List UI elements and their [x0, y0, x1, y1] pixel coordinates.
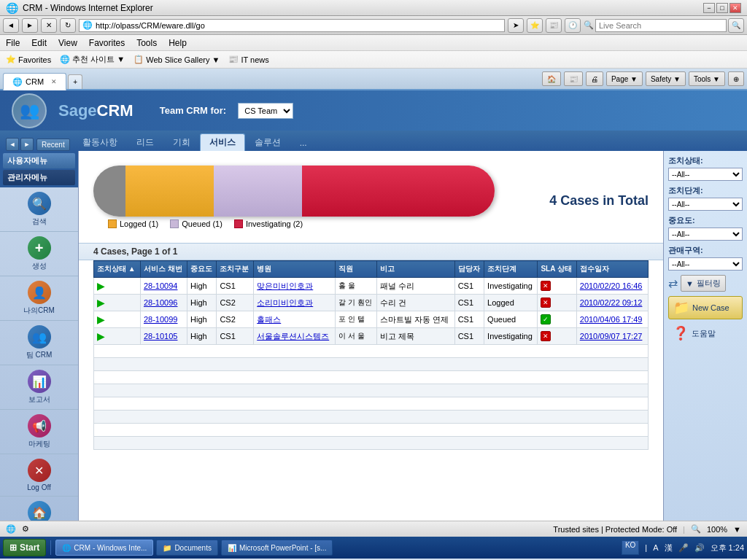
page-menu[interactable]: Page ▼ [606, 71, 643, 86]
hospital-link[interactable]: 소리미비인호과 [257, 298, 313, 307]
status-icon-2: ⚙ [22, 524, 29, 534]
forward-button[interactable]: ► [22, 18, 38, 33]
tab-activities[interactable]: 활동사항 [73, 133, 127, 151]
search-input[interactable] [595, 19, 727, 32]
date-link[interactable]: 2010/04/06 17:49 [580, 315, 643, 324]
cell-date: 2010/02/22 09:12 [576, 295, 648, 311]
tab-leads[interactable]: 리드 [127, 133, 163, 151]
hospital-link[interactable]: 맞은미비인호과 [257, 281, 313, 290]
favorites-star[interactable]: ⭐ [527, 18, 543, 33]
cell-sla: ✓ [538, 311, 576, 328]
url-input[interactable]: 🌐 http://olpass/CRM/eware.dll/go [79, 19, 505, 32]
taskbar-documents[interactable]: 📁 Documents [156, 540, 218, 556]
restore-button[interactable]: □ [716, 3, 728, 13]
hospital-link[interactable]: 홀패스 [257, 315, 281, 324]
col-sla[interactable]: SLA 상태 [538, 261, 576, 278]
sidebar-teamcrm[interactable]: 👥 팀 CRM [0, 321, 78, 365]
nav-back-arrow[interactable]: ◄ [6, 138, 19, 151]
tab-more[interactable]: ... [290, 133, 317, 151]
ie-tab-crm[interactable]: 🌐 CRM ✕ [3, 73, 66, 90]
start-button[interactable]: ⊞ Start [3, 539, 46, 556]
fav-item-itnews[interactable]: 📰 IT news [228, 55, 268, 64]
date-link[interactable]: 2010/02/20 16:46 [580, 281, 643, 290]
col-manager[interactable]: 담당자 [454, 261, 484, 278]
col-case-no[interactable]: 서비스 채번 [140, 261, 187, 278]
tools-menu[interactable]: Tools ▼ [689, 71, 725, 86]
taskbar-powerpoint[interactable]: 📊 Microsoft PowerPoint - [s... [221, 540, 333, 556]
case-no-link[interactable]: 28-10096 [144, 298, 178, 307]
filter-stage-label: 조치단계: [668, 185, 743, 196]
help-button[interactable]: ❓ 도움말 [668, 322, 743, 344]
sidebar-logoff[interactable]: ✕ Log Off [0, 454, 78, 497]
case-no-link[interactable]: 28-10094 [144, 281, 178, 290]
filter-apply-button[interactable]: ▼ 필터링 [681, 275, 726, 292]
recent-button[interactable]: Recent [36, 139, 70, 151]
close-button[interactable]: ✕ [729, 3, 741, 13]
cell-case-no: 28-10094 [140, 278, 187, 295]
new-case-button[interactable]: 📁 New Case [668, 296, 743, 319]
col-type[interactable]: 조치구분 [217, 261, 254, 278]
tab-close-icon[interactable]: ✕ [51, 78, 57, 85]
case-no-link[interactable]: 28-10105 [144, 332, 178, 341]
col-priority[interactable]: 중요도 [187, 261, 217, 278]
zoom-chevron[interactable]: ▼ [733, 525, 741, 534]
search-button[interactable]: 🔍 [728, 18, 744, 33]
menu-tools[interactable]: Tools [136, 38, 157, 48]
feeds-toolbar-button[interactable]: 📰 [564, 71, 583, 86]
tab-service[interactable]: 서비스 [200, 133, 245, 151]
stop-button[interactable]: ✕ [41, 18, 57, 33]
status-bar: 🌐 ⚙ Trusted sites | Protected Mode: Off … [0, 521, 747, 537]
tab-solution[interactable]: 솔루션 [245, 133, 290, 151]
fav-item-webslice[interactable]: 📋 Web Slice Gallery ▼ [133, 55, 220, 64]
date-link[interactable]: 2010/02/22 09:12 [580, 298, 643, 307]
help-toolbar-button[interactable]: ⊕ [728, 71, 744, 86]
col-status[interactable]: 조치상태 ▲ [94, 261, 141, 278]
feeds-button[interactable]: 📰 [546, 18, 562, 33]
sidebar-marketing[interactable]: 📢 마케팅 [0, 410, 78, 454]
menu-help[interactable]: Help [169, 38, 187, 48]
taskbar-crm[interactable]: 🌐 CRM - Windows Inte... [55, 540, 153, 556]
sidebar-create[interactable]: + 생성 [0, 232, 78, 276]
minimize-button[interactable]: − [703, 3, 715, 13]
col-stage[interactable]: 조치단계 [484, 261, 538, 278]
team-selector[interactable]: CS Team [238, 103, 293, 119]
lang-ko[interactable]: KO [622, 540, 639, 555]
col-hospital[interactable]: 병원 [254, 261, 336, 278]
menu-view[interactable]: View [58, 38, 77, 48]
filter-region-select[interactable]: --All-- [668, 257, 743, 271]
history-button[interactable]: 🕐 [565, 18, 581, 33]
fav-item-recommended[interactable]: 🌐 추천 사이트 ▼ [60, 54, 125, 65]
home-toolbar-button[interactable]: 🏠 [542, 71, 561, 86]
case-no-link[interactable]: 28-10099 [144, 315, 178, 324]
back-button[interactable]: ◄ [3, 18, 19, 33]
folder-icon: 📁 [673, 300, 689, 316]
filter-stage-select[interactable]: --All-- [668, 198, 743, 211]
new-tab-button[interactable]: + [68, 74, 82, 89]
nav-forward-arrow[interactable]: ► [20, 138, 34, 151]
sidebar-reports[interactable]: 📊 보고서 [0, 365, 78, 410]
menu-edit[interactable]: Edit [31, 38, 47, 48]
taskbar: ⊞ Start 🌐 CRM - Windows Inte... 📁 Docume… [0, 537, 747, 559]
menu-favorites[interactable]: Favorites [89, 38, 125, 48]
sidebar-home[interactable]: 🏠 Home [0, 497, 78, 521]
filter-priority-select[interactable]: --All-- [668, 228, 743, 241]
col-employee[interactable]: 직원 [336, 261, 377, 278]
col-date[interactable]: 접수일자 [576, 261, 648, 278]
tab-opportunity[interactable]: 기회 [163, 133, 200, 151]
webslice-label: Web Slice Gallery ▼ [146, 55, 220, 64]
favorites-button[interactable]: ⭐ Favorites [6, 55, 51, 64]
hospital-link[interactable]: 서울솔루션시스템즈 [257, 332, 329, 341]
safety-menu[interactable]: Safety ▼ [646, 71, 686, 86]
filter-status-select[interactable]: --All-- [668, 168, 743, 181]
sidebar-menu-user[interactable]: 사용자메뉴 [3, 153, 75, 168]
sidebar-mycrm[interactable]: 👤 나의CRM [0, 276, 78, 321]
go-button[interactable]: ➤ [508, 18, 524, 33]
taskbar-icon-vol[interactable]: 🔊 [694, 543, 705, 553]
date-link[interactable]: 2010/09/07 17:27 [580, 332, 643, 341]
refresh-button[interactable]: ↻ [60, 18, 76, 33]
col-note[interactable]: 비고 [376, 261, 454, 278]
menu-file[interactable]: File [6, 38, 20, 48]
print-button[interactable]: 🖨 [586, 71, 603, 86]
sidebar-menu-admin[interactable]: 관리자메뉴 [3, 170, 75, 185]
sidebar-search[interactable]: 🔍 검색 [0, 187, 78, 232]
